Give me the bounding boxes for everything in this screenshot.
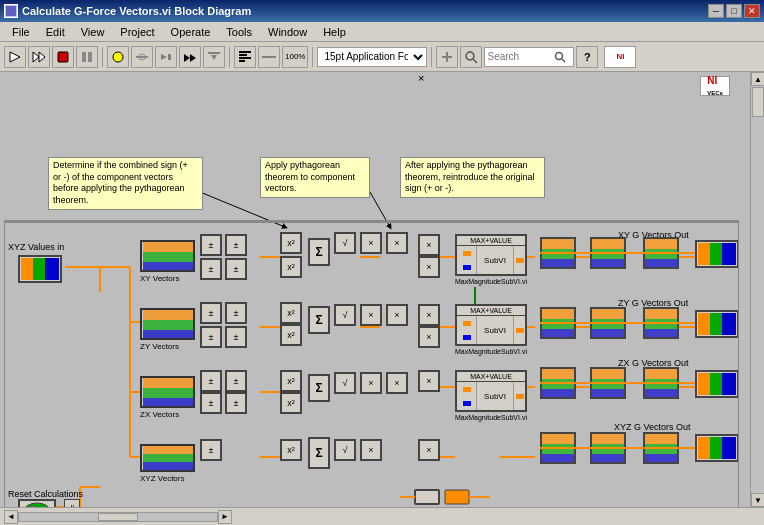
xyz-out-node[interactable] [695,434,739,462]
cluster-out-zx[interactable] [540,367,576,399]
scroll-up-button[interactable]: ▲ [751,72,764,86]
zy-vectors-block[interactable] [140,308,195,340]
h-scroll-track[interactable] [18,512,218,522]
mult-zx[interactable]: × [360,372,382,394]
cluster2-out-zx[interactable] [590,367,626,399]
cluster2-out-zy[interactable] [590,307,626,339]
mult-zy[interactable]: × [360,304,382,326]
vertical-scrollbar[interactable]: ▲ ▼ [750,72,764,507]
search-icon-btn[interactable] [460,46,482,68]
scroll-track[interactable] [751,86,764,493]
square-zy-2[interactable]: x² [280,324,302,346]
pause-button[interactable] [76,46,98,68]
add-xyz[interactable]: Σ [308,437,330,469]
xyz-values-in-node[interactable] [18,255,62,283]
maximize-button[interactable]: □ [726,4,742,18]
add-zy[interactable]: Σ [308,306,330,334]
run-button[interactable] [4,46,26,68]
sign-block-xy-1[interactable]: ± [200,234,222,256]
mult-xy[interactable]: × [360,232,382,254]
post-mult-xy-1[interactable]: × [418,234,440,256]
cluster3-out-zx[interactable] [643,367,679,399]
reset-switch-node[interactable] [18,499,56,507]
zoom-controls[interactable] [436,46,458,68]
scroll-down-button[interactable]: ▼ [751,493,764,507]
post-mult-xyz-2[interactable]: × [418,72,424,84]
close-button[interactable]: ✕ [744,4,760,18]
minimize-button[interactable]: ─ [708,4,724,18]
sqrt-zx[interactable]: √ [334,372,356,394]
xy-out-node[interactable] [695,240,739,268]
sign-block-zy-3[interactable]: ± [200,326,222,348]
cluster2-out-xyz[interactable] [590,432,626,464]
font-select[interactable]: 15pt Application Font [317,47,427,67]
zx-vectors-block[interactable] [140,376,195,408]
square-zx-2[interactable]: x² [280,392,302,414]
square-zy-1[interactable]: x² [280,302,302,324]
sign-block-zx-1[interactable]: ± [200,370,222,392]
scroll-right-button[interactable]: ► [218,510,232,524]
sign-block-zx-4[interactable]: ± [225,392,247,414]
cluster-out-xy[interactable] [540,237,576,269]
sign-block-xy-3[interactable]: ± [200,258,222,280]
menu-project[interactable]: Project [112,24,162,40]
search-box[interactable] [484,47,574,67]
scroll-left-button[interactable]: ◄ [4,510,18,524]
maxmag-subvi-1[interactable]: MAX+VALUE SubVI [455,234,527,276]
mult-xyz[interactable]: × [360,439,382,461]
step-over-button[interactable] [179,46,201,68]
post-mult-zx[interactable]: × [418,370,440,392]
mult2-xy[interactable]: × [386,232,408,254]
sign-block-xyz-1[interactable]: ± [200,439,222,461]
square-xy-2[interactable]: x² [280,256,302,278]
cluster2-out-xy[interactable] [590,237,626,269]
sign-block-zx-2[interactable]: ± [225,370,247,392]
sign-block-zy-2[interactable]: ± [225,302,247,324]
step-out-button[interactable] [203,46,225,68]
mult2-zy[interactable]: × [386,304,408,326]
cluster3-out-xy[interactable] [643,237,679,269]
menu-window[interactable]: Window [260,24,315,40]
sign-block-xy-4[interactable]: ± [225,258,247,280]
cluster-out-xyz[interactable] [540,432,576,464]
zx-out-node[interactable] [695,370,739,398]
menu-view[interactable]: View [73,24,113,40]
menu-file[interactable]: File [4,24,38,40]
maxmag-subvi-3[interactable]: MAX+VALUE SubVI [455,370,527,412]
run-continuously-button[interactable] [28,46,50,68]
menu-edit[interactable]: Edit [38,24,73,40]
sign-block-zy-1[interactable]: ± [200,302,222,324]
square-xyz-1[interactable]: x² [280,439,302,461]
add-xy[interactable]: Σ [308,238,330,266]
post-mult-zy-1[interactable]: × [418,304,440,326]
cluster-out-zy[interactable] [540,307,576,339]
retain-wire-button[interactable] [131,46,153,68]
menu-operate[interactable]: Operate [163,24,219,40]
scroll-thumb[interactable] [752,87,764,117]
zy-out-node[interactable] [695,310,739,338]
clean-diagram-button[interactable] [234,46,256,68]
post-mult-zy-2[interactable]: × [418,326,440,348]
abort-button[interactable] [52,46,74,68]
block-diagram-canvas[interactable]: Determine if the combined sign (+ or -) … [0,72,750,507]
add-zx[interactable]: Σ [308,374,330,402]
sqrt-zy[interactable]: √ [334,304,356,326]
zoom-out-button[interactable] [258,46,280,68]
reset-wire-node[interactable]: ∨ [64,499,80,507]
square-zx-1[interactable]: x² [280,370,302,392]
xyz-vectors-block[interactable] [140,444,195,472]
post-mult-xyz[interactable]: × [418,439,440,461]
help-button[interactable]: ? [576,46,598,68]
cluster3-out-xyz[interactable] [643,432,679,464]
sign-block-xy-2[interactable]: ± [225,234,247,256]
step-into-button[interactable] [155,46,177,68]
maxmag-subvi-2[interactable]: MAX+VALUE SubVI [455,304,527,346]
post-mult-xy-2[interactable]: × [418,256,440,278]
square-xy-1[interactable]: x² [280,232,302,254]
sqrt-xy[interactable]: √ [334,232,356,254]
search-input[interactable] [487,51,552,62]
h-scroll-thumb[interactable] [98,513,138,521]
menu-tools[interactable]: Tools [218,24,260,40]
sign-block-zy-4[interactable]: ± [225,326,247,348]
mult2-zx[interactable]: × [386,372,408,394]
